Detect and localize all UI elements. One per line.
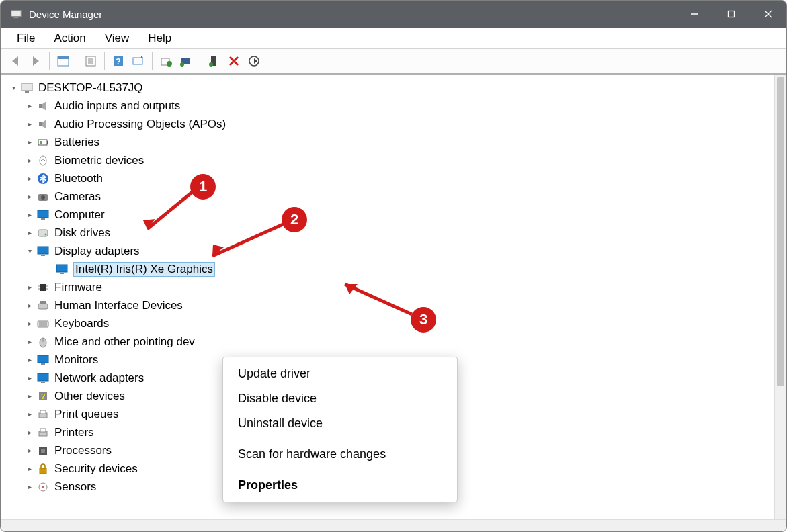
forward-button[interactable] [26, 52, 45, 71]
scan-button[interactable] [129, 52, 148, 71]
chevron-down-icon[interactable]: ▾ [24, 247, 36, 255]
scrollbar-thumb[interactable] [777, 77, 784, 386]
chevron-down-icon[interactable]: ▾ [7, 84, 19, 91]
svg-rect-46 [41, 255, 45, 256]
chevron-right-icon[interactable]: ▸ [24, 138, 36, 146]
svg-rect-9 [58, 56, 69, 59]
annotation-badge-1: 1 [190, 174, 216, 200]
monitor-icon [54, 262, 69, 277]
tree-child-intel-r-iris-r-xe-graphics[interactable]: Intel(R) Iris(R) Xe Graphics [7, 260, 774, 278]
tree-node-biometric-devices[interactable]: ▸Biometric devices [7, 151, 774, 169]
svg-marker-7 [33, 56, 39, 66]
maximize-button[interactable] [712, 1, 749, 28]
menu-view[interactable]: View [95, 29, 139, 48]
chevron-right-icon[interactable]: ▸ [24, 447, 36, 454]
svg-rect-72 [41, 449, 45, 453]
chevron-right-icon[interactable]: ▸ [24, 302, 36, 309]
svg-rect-42 [41, 218, 45, 220]
chevron-right-icon[interactable]: ▸ [24, 338, 36, 345]
chevron-right-icon[interactable]: ▸ [24, 229, 36, 236]
svg-rect-68 [40, 410, 46, 414]
chevron-right-icon[interactable]: ▸ [24, 483, 36, 490]
tree-node-computer[interactable]: ▸Computer [7, 206, 774, 224]
svg-rect-70 [40, 429, 46, 432]
tree-node-display-adapters[interactable]: ▾Display adapters [7, 242, 774, 260]
tree-node-mice-and-other-pointing-dev[interactable]: ▸Mice and other pointing dev [7, 332, 774, 351]
back-button[interactable] [6, 52, 25, 71]
svg-point-21 [180, 62, 184, 66]
chevron-right-icon[interactable]: ▸ [24, 374, 36, 382]
camera-icon [36, 189, 50, 204]
tree-node-cameras[interactable]: ▸Cameras [7, 187, 774, 206]
vertical-scrollbar[interactable] [774, 75, 786, 519]
ctx-disable-device[interactable]: Disable device [223, 386, 457, 411]
tree-root[interactable]: ▾ DESKTOP-4L537JQ [7, 79, 774, 97]
help-button[interactable]: ? [109, 52, 128, 71]
svg-rect-29 [25, 91, 29, 93]
other-icon: ? [36, 389, 50, 404]
svg-rect-34 [38, 140, 47, 145]
chevron-right-icon[interactable]: ▸ [24, 157, 36, 164]
app-icon [10, 8, 22, 20]
svg-line-80 [345, 284, 412, 314]
svg-rect-28 [22, 83, 32, 91]
svg-rect-73 [40, 468, 46, 474]
svg-rect-36 [40, 141, 42, 144]
minimize-button[interactable] [675, 1, 712, 28]
chevron-right-icon[interactable]: ▸ [24, 102, 36, 109]
tree-node-audio-processing-objects-apos-[interactable]: ▸Audio Processing Objects (APOs) [7, 115, 774, 133]
chevron-right-icon[interactable]: ▸ [24, 120, 36, 128]
annotation-badge-2: 2 [282, 207, 307, 232]
chevron-right-icon[interactable]: ▸ [24, 211, 36, 218]
monitor-icon [36, 208, 50, 222]
menu-action[interactable]: Action [44, 29, 95, 48]
svg-rect-0 [11, 11, 21, 17]
chevron-right-icon[interactable]: ▸ [24, 193, 36, 200]
svg-marker-17 [141, 56, 144, 58]
update-driver-button[interactable] [157, 52, 175, 71]
svg-line-78 [212, 224, 283, 256]
monitor-icon [36, 371, 50, 386]
ctx-scan-hardware[interactable]: Scan for hardware changes [223, 442, 457, 467]
computer-icon [19, 81, 34, 95]
printer-icon [36, 425, 50, 440]
ctx-properties[interactable]: Properties [223, 473, 457, 498]
printer-icon [36, 407, 50, 422]
monitor-icon [36, 244, 50, 259]
tree-node-audio-inputs-and-outputs[interactable]: ▸Audio inputs and outputs [7, 97, 774, 115]
tree-node-batteries[interactable]: ▸Batteries [7, 133, 774, 151]
close-button[interactable] [749, 1, 786, 28]
speaker-icon [36, 117, 50, 132]
ctx-uninstall-device[interactable]: Uninstall device [223, 411, 457, 436]
svg-rect-32 [39, 122, 42, 126]
chevron-right-icon[interactable]: ▸ [24, 465, 36, 472]
chevron-right-icon[interactable]: ▸ [24, 429, 36, 436]
ctx-update-driver[interactable]: Update driver [223, 361, 457, 386]
tree-node-bluetooth[interactable]: ▸Bluetooth [7, 169, 774, 187]
chevron-right-icon[interactable]: ▸ [24, 320, 36, 327]
svg-marker-6 [12, 56, 18, 66]
chevron-right-icon[interactable]: ▸ [24, 410, 36, 418]
chevron-right-icon[interactable]: ▸ [24, 175, 36, 182]
refresh-button[interactable] [245, 52, 263, 71]
properties-button[interactable] [81, 52, 100, 71]
uninstall-button[interactable] [177, 52, 196, 71]
chevron-right-icon[interactable]: ▸ [24, 356, 36, 363]
horizontal-scrollbar[interactable] [1, 519, 786, 531]
svg-marker-33 [42, 120, 46, 129]
finger-icon [36, 153, 50, 168]
svg-rect-64 [41, 382, 45, 383]
disable-button[interactable] [224, 52, 243, 71]
annotation-arrow-3 [335, 277, 415, 324]
chevron-right-icon[interactable]: ▸ [24, 283, 36, 291]
tree-node-disk-drives[interactable]: ▸Disk drives [7, 224, 774, 242]
svg-point-19 [167, 61, 172, 66]
svg-rect-61 [38, 355, 48, 363]
show-console-button[interactable] [54, 52, 73, 71]
sensor-icon [36, 480, 50, 494]
enable-button[interactable] [204, 52, 223, 71]
context-menu: Update driver Disable device Uninstall d… [222, 357, 458, 502]
menu-file[interactable]: File [7, 29, 44, 48]
chevron-right-icon[interactable]: ▸ [24, 392, 36, 400]
menu-help[interactable]: Help [138, 29, 181, 48]
